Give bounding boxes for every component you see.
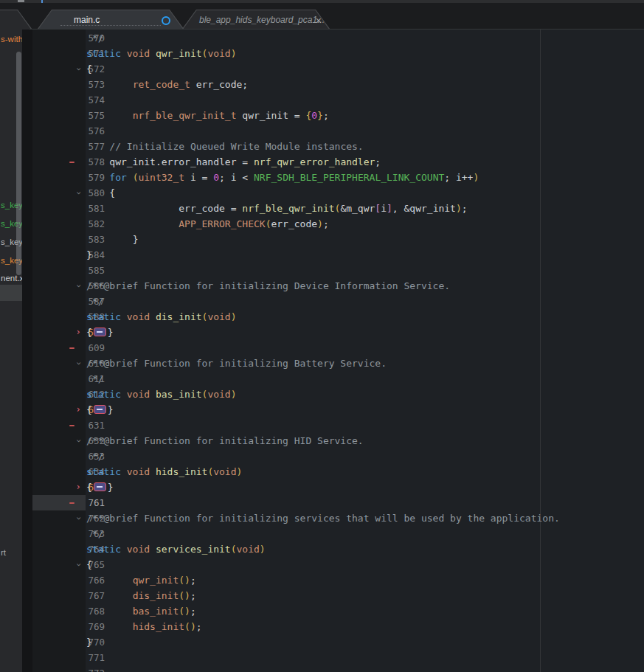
fold-chevron-open-icon[interactable]: › <box>71 358 86 369</box>
code-text[interactable]: */ <box>86 294 103 309</box>
code-text[interactable]: static void services_init(void) <box>86 541 266 557</box>
code-text[interactable]: { <box>86 185 115 201</box>
code-line[interactable]: 589›{} <box>0 325 644 340</box>
code-text[interactable]: dis_init(); <box>86 588 196 603</box>
line-number[interactable]: 631 <box>65 418 105 433</box>
code-text[interactable]: {} <box>86 479 114 495</box>
fold-chevron-open-icon[interactable]: › <box>71 64 86 75</box>
code-text[interactable]: /**@brief Function for initializing HID … <box>86 433 364 448</box>
code-text[interactable]: qwr_init(); <box>86 572 196 588</box>
line-number[interactable]: 584 <box>65 247 105 263</box>
fold-chevron-collapsed-icon[interactable]: › <box>73 402 83 418</box>
code-text[interactable]: static void qwr_init(void) <box>86 46 237 61</box>
line-number[interactable]: 772 <box>65 665 105 672</box>
code-line[interactable]: 768 bas_init(); <box>0 603 644 619</box>
code-line[interactable]: 771 <box>0 650 644 665</box>
code-line[interactable]: 772 <box>0 665 644 672</box>
line-number[interactable]: 585 <box>65 263 105 278</box>
code-line[interactable]: 579 for (uint32_t i = 0; i < NRF_SDH_BLE… <box>0 170 644 185</box>
code-line[interactable]: 766 qwr_init(); <box>0 572 644 588</box>
code-text[interactable]: */ <box>86 30 103 46</box>
code-text[interactable]: } <box>86 232 138 247</box>
code-line[interactable]: 583 } <box>0 232 644 247</box>
fold-chevron-open-icon[interactable]: › <box>71 281 86 291</box>
code-line[interactable]: 573 ret_code_t err_code; <box>0 77 644 92</box>
line-number[interactable]: 771 <box>65 650 105 665</box>
code-text[interactable]: } <box>86 247 92 263</box>
code-line[interactable]: 767 dis_init(); <box>0 588 644 603</box>
fold-chevron-open-icon[interactable]: › <box>71 188 86 198</box>
code-line[interactable]: 769 hids_init(); <box>0 619 644 634</box>
code-line[interactable]: 577 // Initialize Queued Write Module in… <box>0 139 644 154</box>
code-line[interactable]: 582 APP_ERROR_CHECK(err_code); <box>0 216 644 232</box>
folded-region-icon[interactable] <box>94 482 106 491</box>
code-text[interactable]: {} <box>86 325 114 340</box>
line-number[interactable]: 609 <box>65 340 105 356</box>
code-text[interactable]: err_code = nrf_ble_qwr_init(&m_qwr[i], &… <box>86 201 468 216</box>
code-text[interactable]: */ <box>86 526 103 541</box>
code-line[interactable]: 570 */ <box>0 30 644 46</box>
code-line[interactable]: 574 <box>0 92 644 108</box>
code-text[interactable]: */ <box>86 448 103 464</box>
fold-chevron-open-icon[interactable]: › <box>71 513 86 524</box>
code-text[interactable]: { <box>86 557 92 572</box>
code-line[interactable]: 584} <box>0 247 644 263</box>
code-line[interactable]: 765›{ <box>0 557 644 572</box>
token-pl <box>121 48 127 59</box>
code-line[interactable]: 588static void dis_init(void) <box>0 309 644 325</box>
code-line[interactable]: 761 <box>0 495 644 510</box>
code-text[interactable]: static void bas_init(void) <box>86 387 237 402</box>
code-text[interactable]: APP_ERROR_CHECK(err_code); <box>86 216 329 232</box>
code-line[interactable]: 632›/**@brief Function for initializing … <box>0 433 644 448</box>
code-text[interactable]: hids_init(); <box>86 619 202 634</box>
code-text[interactable]: { <box>86 61 92 77</box>
code-line[interactable]: 633 */ <box>0 448 644 464</box>
code-text[interactable]: static void dis_init(void) <box>86 309 237 325</box>
code-text[interactable]: /**@brief Function for initializing Devi… <box>86 278 450 294</box>
code-line[interactable]: 578 qwr_init.error_handler = nrf_qwr_err… <box>0 154 644 170</box>
line-number[interactable]: 761 <box>65 495 105 510</box>
line-number[interactable]: 770 <box>65 634 105 650</box>
code-line[interactable]: 613›{} <box>0 402 644 418</box>
code-text[interactable]: // Initialize Queued Write Module instan… <box>86 139 364 154</box>
code-line[interactable]: 770} <box>0 634 644 650</box>
code-line[interactable]: 585 <box>0 263 644 278</box>
code-line[interactable]: 586›/**@brief Function for initializing … <box>0 278 644 294</box>
fold-chevron-open-icon[interactable]: › <box>71 560 86 570</box>
code-text[interactable]: nrf_ble_qwr_init_t qwr_init = {0}; <box>86 108 329 123</box>
code-text[interactable]: ret_code_t err_code; <box>86 77 248 92</box>
code-line[interactable]: 635›{} <box>0 479 644 495</box>
code-text[interactable]: /**@brief Function for initializing serv… <box>86 510 560 526</box>
code-line[interactable]: 610›/**@brief Function for initializing … <box>0 356 644 371</box>
fold-chevron-collapsed-icon[interactable]: › <box>73 479 83 495</box>
folded-region-icon[interactable] <box>94 405 106 414</box>
code-line[interactable]: 634static void hids_init(void) <box>0 464 644 479</box>
code-text[interactable]: qwr_init.error_handler = nrf_qwr_error_h… <box>86 154 381 170</box>
code-text[interactable]: */ <box>86 371 103 387</box>
code-text[interactable]: /**@brief Function for initializing Batt… <box>86 356 387 371</box>
code-line[interactable]: 575 nrf_ble_qwr_init_t qwr_init = {0}; <box>0 108 644 123</box>
code-line[interactable]: 580› { <box>0 185 644 201</box>
code-line[interactable]: 587 */ <box>0 294 644 309</box>
code-line[interactable]: 631 <box>0 418 644 433</box>
code-line[interactable]: 576 <box>0 123 644 139</box>
code-line[interactable]: 581 err_code = nrf_ble_qwr_init(&m_qwr[i… <box>0 201 644 216</box>
code-line[interactable]: 571static void qwr_init(void) <box>0 46 644 61</box>
line-number[interactable]: 574 <box>65 92 105 108</box>
code-text[interactable]: {} <box>86 402 114 418</box>
code-line[interactable]: 764static void services_init(void) <box>0 541 644 557</box>
code-line[interactable]: 763 */ <box>0 526 644 541</box>
code-text[interactable]: static void hids_init(void) <box>86 464 242 479</box>
fold-chevron-open-icon[interactable]: › <box>71 436 86 446</box>
folded-region-icon[interactable] <box>94 328 106 336</box>
code-line[interactable]: 612static void bas_init(void) <box>0 387 644 402</box>
code-text[interactable]: for (uint32_t i = 0; i < NRF_SDH_BLE_PER… <box>86 170 479 185</box>
fold-chevron-collapsed-icon[interactable]: › <box>73 325 83 340</box>
code-line[interactable]: 572›{ <box>0 61 644 77</box>
code-text[interactable]: } <box>86 634 92 650</box>
code-text[interactable]: bas_init(); <box>86 603 196 619</box>
code-line[interactable]: 762›/**@brief Function for initializing … <box>0 510 644 526</box>
code-line[interactable]: 611 */ <box>0 371 644 387</box>
line-number[interactable]: 576 <box>65 123 105 139</box>
code-line[interactable]: 609 <box>0 340 644 356</box>
